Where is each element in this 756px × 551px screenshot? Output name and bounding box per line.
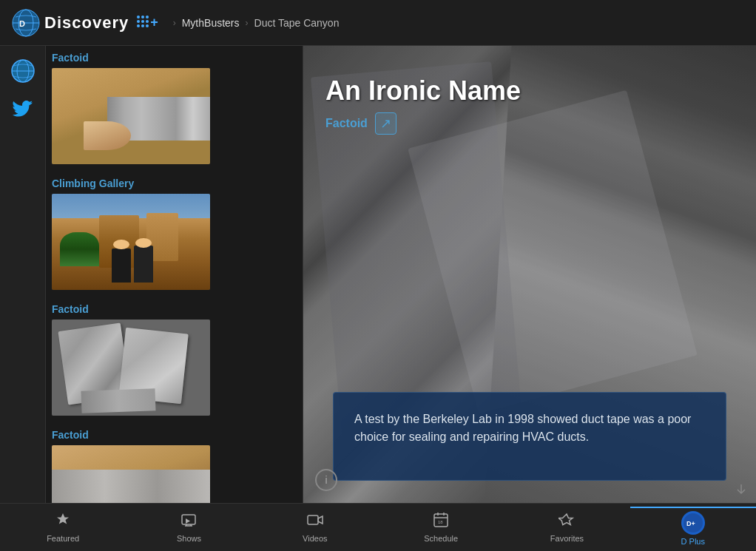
scroll-indicator [735, 483, 747, 497]
sidebar-globe-button[interactable] [10, 58, 36, 84]
info-detail-button[interactable]: i [315, 469, 337, 491]
schedule-label: Schedule [424, 534, 458, 543]
panel-thumbnail-4[interactable] [52, 445, 210, 503]
nav-item-dplus[interactable]: D+ D Plus [630, 507, 756, 549]
list-item[interactable]: Factoid [52, 303, 297, 416]
info-text: A test by the Berkeley Lab in 1998 showe… [354, 413, 691, 443]
dplus-badge: D+ [681, 511, 705, 535]
list-item[interactable]: Factoid [52, 52, 297, 164]
info-box: A test by the Berkeley Lab in 1998 showe… [333, 392, 726, 481]
logo-plus: + [135, 15, 158, 30]
svg-text:18: 18 [438, 520, 443, 524]
panel-label-4: Factoid [52, 429, 297, 441]
breadcrumb-show[interactable]: MythBusters [182, 17, 240, 29]
twitter-icon [12, 100, 34, 119]
discovery-globe-logo: D [12, 9, 40, 37]
videos-label: Videos [303, 534, 327, 543]
globe-icon [10, 58, 36, 84]
logo-area[interactable]: D Discovery + [12, 9, 158, 37]
list-item[interactable]: Climbing Gallery [52, 178, 297, 290]
nav-item-videos[interactable]: Videos [252, 509, 378, 546]
logo-dots [137, 16, 149, 27]
videos-icon [307, 512, 323, 532]
panel-thumbnail-2[interactable] [52, 194, 210, 290]
svg-text:D+: D+ [686, 520, 695, 527]
top-navigation: D Discovery + › MythBusters › Duct Tape … [0, 0, 756, 46]
schedule-icon: 18 [433, 512, 449, 532]
info-icon: i [325, 474, 327, 486]
favorites-label: Favorites [550, 534, 584, 543]
breadcrumb-sep1: › [173, 18, 176, 28]
content-title: An Ironic Name [325, 75, 521, 107]
dplus-icon: D+ [683, 513, 703, 533]
breadcrumb: › MythBusters › Duct Tape Canyon [173, 17, 340, 29]
svg-rect-8 [308, 515, 318, 524]
share-button[interactable]: ↗ [375, 112, 396, 135]
bottom-navigation: Featured Shows Videos 18 Schedule Favori… [0, 503, 756, 551]
panel-thumbnail-1[interactable] [52, 68, 210, 164]
list-item[interactable]: Factoid [52, 429, 297, 503]
panel-label-3: Factoid [52, 303, 297, 315]
panel-label-1: Factoid [52, 52, 297, 64]
favorites-icon [558, 512, 575, 532]
panel-label-2: Climbing Gallery [52, 178, 297, 189]
content-subtitle: Factoid [325, 117, 368, 130]
content-area: An Ironic Name Factoid ↗ A test by the B… [303, 46, 756, 503]
left-sidebar [0, 46, 46, 503]
dplus-label: D Plus [681, 537, 705, 546]
nav-item-shows[interactable]: Shows [126, 509, 252, 546]
plus-sign: + [150, 15, 158, 30]
nav-item-favorites[interactable]: Favorites [504, 509, 630, 546]
nav-item-schedule[interactable]: 18 Schedule [378, 509, 504, 546]
panel-thumbnail-3[interactable] [52, 320, 210, 416]
content-subtitle-area: Factoid ↗ [325, 112, 396, 135]
breadcrumb-sep2: › [246, 18, 249, 28]
sidebar-twitter-button[interactable] [10, 96, 36, 123]
breadcrumb-episode: Duct Tape Canyon [254, 17, 340, 29]
main-area: Factoid Climbing Gallery [0, 46, 756, 503]
featured-icon [55, 512, 71, 532]
svg-rect-7 [182, 515, 195, 524]
shows-label: Shows [177, 534, 201, 543]
panel-list: Factoid Climbing Gallery [46, 46, 303, 503]
logo-text: Discovery [44, 13, 129, 33]
shows-icon [180, 512, 197, 532]
svg-text:D: D [19, 19, 25, 28]
featured-label: Featured [47, 534, 79, 543]
nav-item-featured[interactable]: Featured [0, 509, 126, 546]
